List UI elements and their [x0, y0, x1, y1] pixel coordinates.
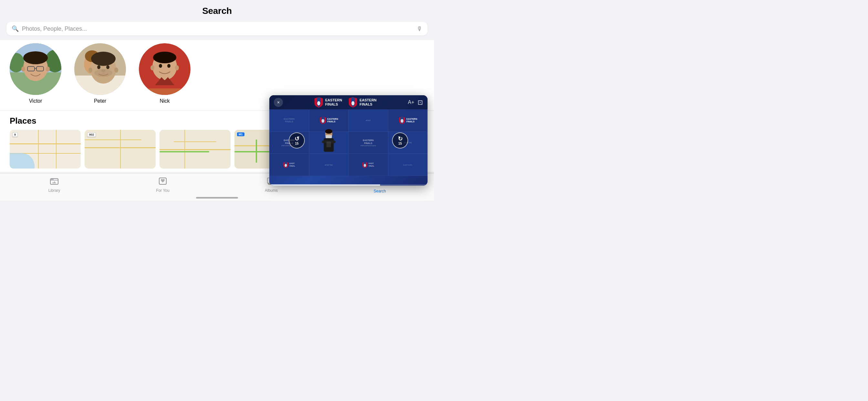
video-progress-bar[interactable]: [269, 184, 428, 186]
person-item-peter[interactable]: Peter: [74, 43, 126, 104]
home-indicator: [196, 197, 238, 198]
font-size-button[interactable]: A+: [408, 99, 414, 105]
person-item-nick[interactable]: Nick: [139, 43, 190, 104]
svg-point-30: [151, 65, 154, 70]
avatar-victor: [10, 43, 61, 95]
replay-forward-button[interactable]: ↻ 15: [392, 132, 408, 149]
pip-button[interactable]: ⊡: [417, 98, 423, 106]
eastern-finals-label-2: EASTERNFINALS: [360, 98, 376, 106]
tab-for-you-label: For You: [156, 188, 169, 193]
svg-point-31: [175, 65, 179, 70]
tab-albums-label: Albums: [265, 188, 278, 193]
page-title: Search: [202, 6, 232, 16]
tab-search-label: Search: [374, 189, 386, 193]
svg-point-41: [285, 164, 287, 167]
library-icon: [50, 177, 58, 187]
svg-point-21: [101, 69, 105, 72]
person-name-peter: Peter: [94, 98, 106, 104]
svg-point-20: [106, 65, 110, 69]
search-input[interactable]: Photos, People, Places...: [22, 26, 413, 32]
svg-point-33: [321, 119, 324, 123]
svg-rect-32: [139, 89, 190, 95]
video-overlay: EASTERNFINALS EASTERNFINALS AT&T: [269, 95, 428, 186]
svg-point-27: [153, 52, 176, 63]
svg-point-23: [114, 67, 118, 73]
search-bar-container: 🔍 Photos, People, Places... 🎙: [0, 19, 434, 40]
svg-point-6: [23, 51, 48, 64]
svg-rect-40: [327, 142, 331, 147]
svg-point-44: [352, 101, 354, 105]
tab-for-you[interactable]: For You: [108, 177, 217, 193]
header: Search: [0, 0, 434, 19]
place-card-1[interactable]: 9: [10, 130, 81, 168]
search-bar[interactable]: 🔍 Photos, People, Places... 🎙: [6, 22, 428, 35]
svg-point-19: [97, 65, 100, 69]
tab-library-label: Library: [49, 188, 60, 193]
svg-point-10: [21, 66, 25, 72]
video-close-button[interactable]: ×: [274, 98, 283, 107]
search-icon: 🔍: [11, 25, 19, 32]
person-name-victor: Victor: [29, 98, 42, 104]
avatar-nick: [139, 43, 190, 95]
svg-point-46: [51, 179, 52, 180]
video-logos: EASTERNFINALS EASTERNFINALS: [314, 97, 376, 108]
avatar-peter: [74, 43, 126, 95]
video-header: × EASTERNFINALS EASTERNFINALS: [269, 95, 428, 110]
place-card-3[interactable]: [159, 130, 230, 168]
svg-point-11: [46, 66, 50, 72]
svg-point-36: [325, 129, 332, 134]
nba-logo-right: EASTERNFINALS: [348, 97, 376, 108]
for-you-icon: [159, 177, 167, 187]
svg-point-47: [53, 179, 54, 180]
microphone-icon[interactable]: 🎙: [416, 26, 423, 32]
svg-point-28: [159, 64, 162, 68]
person-name-nick: Nick: [159, 98, 169, 104]
tab-library[interactable]: Library: [0, 177, 108, 193]
svg-point-29: [167, 64, 170, 68]
people-row: Victor: [10, 43, 424, 104]
video-progress-fill: [269, 184, 380, 186]
svg-point-22: [89, 67, 92, 73]
nba-logo-left: EASTERNFINALS: [314, 97, 342, 108]
person-item-victor[interactable]: Victor: [10, 43, 61, 104]
replay-back-button[interactable]: ↺ 15: [289, 132, 305, 149]
svg-point-43: [317, 101, 320, 105]
svg-rect-37: [326, 135, 332, 138]
eastern-finals-label: EASTERNFINALS: [325, 98, 342, 106]
place-card-2[interactable]: 902: [85, 130, 156, 168]
svg-point-17: [91, 52, 116, 66]
video-controls-right: A+ ⊡: [408, 98, 423, 106]
svg-point-42: [364, 164, 366, 167]
svg-point-34: [400, 119, 403, 123]
